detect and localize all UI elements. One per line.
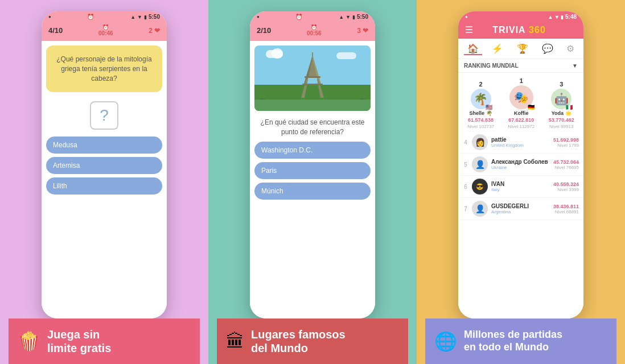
battery-icon-2: ▮ [352, 14, 355, 20]
info-pattie: pattie United Kingdom [491, 136, 550, 148]
quiz-progress-1: 4/10 [48, 26, 63, 35]
alarm-small-icon-2: ⏰ [311, 24, 317, 30]
phone-3: ● ▲ ▼ ▮ 5:48 ☰ TRIVIA 360 🏠 ⚡ 🏆 💬 ⚙ [458, 11, 583, 318]
nav-home[interactable]: 🏠 [464, 42, 482, 55]
banner-3: 🌐 Millones de partidas en todo el Mundo [425, 318, 616, 364]
answer-btn-munich[interactable]: Múnich [254, 183, 371, 200]
answer-btn-washington[interactable]: Washington D.C. [254, 142, 371, 159]
svg-rect-7 [312, 52, 313, 58]
phone-body-2: ¿En qué ciudad se encuentra este punto d… [250, 41, 375, 318]
signal-icon-1: ▲ [130, 14, 135, 20]
building-icon: 🏛 [226, 331, 244, 352]
banner-2: 🏛 Lugares famosos del Mundo [217, 318, 408, 364]
signal-icon-2: ▲ [339, 14, 344, 20]
ranking-row-7: 7 👤 GUSDEGERLI Argentina 38.436.811 Nive… [458, 198, 583, 220]
status-bar-2: ● ⏰ ▲ ▼ ▮ 5:50 [250, 11, 375, 22]
phone-1: ● ⏰ ▲ ▼ ▮ 5:50 4/10 ⏰ 00:46 2 ❤ [42, 11, 167, 318]
svg-marker-4 [317, 78, 324, 98]
podium: 2 🌴 🇺🇸 Shelle 🌴 61.574.838 Nivel 102737 … [458, 73, 583, 131]
trivia-status-bar: ● ▲ ▼ ▮ 5:48 [458, 11, 583, 21]
panel-mythology: ● ⏰ ▲ ▼ ▮ 5:50 4/10 ⏰ 00:46 2 ❤ [0, 0, 208, 364]
nav-trophy[interactable]: 🏆 [513, 42, 532, 55]
status-bar-1: ● ⏰ ▲ ▼ ▮ 5:50 [42, 11, 167, 22]
answer-btn-medusa[interactable]: Medusa [46, 136, 162, 154]
quiz-header-1: 4/10 ⏰ 00:46 2 ❤ [42, 22, 167, 41]
question-card-1: ¿Qué personaje de la mitología griega te… [46, 46, 162, 92]
flag-usa: 🇺🇸 [486, 104, 492, 110]
question-mark-area: ? [42, 101, 167, 130]
battery-icon-1: ▮ [144, 14, 147, 20]
panel-places: ● ⏰ ▲ ▼ ▮ 5:50 2/10 ⏰ 00:56 3 ❤ [208, 0, 417, 364]
quiz-lives-2: 3 ❤ [357, 27, 368, 35]
ranking-row-5: 5 👤 Александр Соболев Ukraine 45.732.064… [458, 154, 583, 176]
banner-1: 🍿 Juega sin limite gratis [9, 318, 200, 364]
trivia-title: TRIVIA 360 [492, 25, 546, 35]
nav-bar: 🏠 ⚡ 🏆 💬 ⚙ [458, 39, 583, 59]
avatar-alexander: 👤 [472, 156, 488, 172]
heart-icon-1: ❤ [154, 27, 160, 35]
circle-icon-3: ● [465, 14, 468, 19]
quiz-timer-1: ⏰ 00:46 [98, 24, 113, 36]
ranking-list: 4 👩 pattie United Kingdom 51.692.998 Niv… [458, 131, 583, 220]
flag-it: 🇮🇹 [566, 104, 573, 110]
nav-lightning[interactable]: ⚡ [488, 42, 507, 55]
quiz-lives-1: 2 ❤ [149, 27, 160, 35]
svg-marker-3 [301, 78, 308, 98]
svg-rect-6 [302, 84, 323, 85]
answer-btn-artemisa[interactable]: Artemisa [46, 157, 162, 174]
answer-btn-lilith[interactable]: Lilith [46, 177, 162, 195]
podium-player-2: 2 🌴 🇺🇸 Shelle 🌴 61.574.838 Nivel 102737 [467, 81, 494, 129]
answer-btn-paris[interactable]: Paris [254, 162, 371, 179]
wifi-icon-2: ▼ [346, 14, 351, 20]
ranking-row-6: 6 😎 IVAN Italy 40.558.324 Nivel 3999 [458, 176, 583, 198]
avatar-2: 🌴 🇺🇸 [471, 89, 491, 109]
status-time-1: 5:50 [149, 14, 160, 20]
banner-text-2: Lugares famosos del Mundo [251, 328, 346, 355]
alarm-icon-1: ⏰ [87, 14, 94, 20]
alarm-icon-2: ⏰ [295, 14, 302, 20]
question-text-2: ¿En qué ciudad se encuentra este punto d… [254, 118, 371, 137]
quiz-progress-2: 2/10 [257, 26, 271, 35]
menu-icon[interactable]: ☰ [465, 24, 473, 35]
avatar-1: 🎭 🇩🇪 [509, 85, 533, 109]
quiz-header-2: 2/10 ⏰ 00:56 3 ❤ [250, 22, 375, 41]
panel-trivia360: ● ▲ ▼ ▮ 5:48 ☰ TRIVIA 360 🏠 ⚡ 🏆 💬 ⚙ [417, 0, 625, 364]
info-alexander: Александр Соболев Ukraine [491, 159, 550, 170]
battery-icon-3: ▮ [561, 14, 564, 20]
ranking-row-4: 4 👩 pattie United Kingdom 51.692.998 Niv… [458, 131, 583, 154]
phone-body-1: ¿Qué personaje de la mitología griega te… [42, 41, 167, 318]
heart-icon-2: ❤ [363, 27, 368, 35]
trivia-header: ☰ TRIVIA 360 [458, 21, 583, 39]
podium-player-3: 3 🤖 🇮🇹 Yoda 🌟 53.770.462 Nivel 89913 [549, 81, 574, 129]
status-time-3: 5:48 [565, 14, 577, 20]
signal-icon-3: ▲ [548, 14, 553, 20]
question-mark-box: ? [90, 101, 118, 130]
avatar-3: 🤖 🇮🇹 [551, 89, 571, 109]
avatar-gus: 👤 [472, 201, 488, 217]
banner-text-1: Juega sin limite gratis [47, 328, 111, 355]
quiz-timer-2: ⏰ 00:56 [307, 24, 322, 36]
wifi-icon-3: ▼ [554, 14, 560, 20]
info-ivan: IVAN Italy [491, 181, 550, 192]
status-time-2: 5:50 [357, 14, 368, 20]
answers-1: Medusa Artemisa Lilith [42, 134, 167, 199]
flag-de: 🇩🇪 [528, 104, 534, 110]
banner-text-3: Millones de partidas en todo el Mundo [464, 329, 562, 353]
alarm-small-icon: ⏰ [102, 24, 109, 30]
eiffel-image [254, 46, 371, 111]
nav-settings[interactable]: ⚙ [563, 42, 578, 55]
chevron-down-icon: ▼ [572, 63, 578, 69]
ranking-selector[interactable]: RANKING MUNDIAL ▼ [458, 59, 583, 73]
phone-2: ● ⏰ ▲ ▼ ▮ 5:50 2/10 ⏰ 00:56 3 ❤ [250, 11, 375, 318]
ranking-section: RANKING MUNDIAL ▼ 2 🌴 🇺🇸 Shelle 🌴 61.574… [458, 59, 583, 318]
wifi-icon-1: ▼ [137, 14, 142, 20]
avatar-pattie: 👩 [472, 134, 488, 150]
podium-player-1: 1 🎭 🇩🇪 Koffie 67.622.810 Nivel 112972 [508, 77, 534, 129]
phone-body-3: RANKING MUNDIAL ▼ 2 🌴 🇺🇸 Shelle 🌴 61.574… [458, 59, 583, 318]
circle-icon-2: ● [257, 14, 260, 19]
nav-chat[interactable]: 💬 [538, 42, 557, 55]
svg-rect-5 [305, 76, 320, 78]
popcorn-icon: 🍿 [18, 330, 40, 352]
globe-icon: 🌐 [434, 330, 457, 352]
question-mark-icon: ? [100, 106, 109, 125]
